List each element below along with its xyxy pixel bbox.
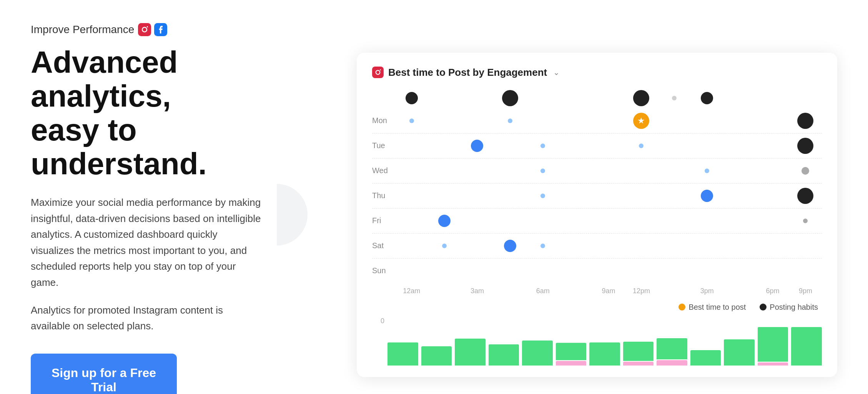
dot-wed-4 [540,169,545,173]
slot-tue-5 [559,139,592,153]
slot-tue-10 [723,139,756,153]
bars-container [387,316,822,366]
dot-tue-7 [639,144,644,148]
signup-button[interactable]: Sign up for a Free Trial [31,354,177,394]
dots-thu [395,189,822,203]
legend-posting-habits: Posting habits [760,303,818,312]
dot-row-tue: Tue [372,134,822,159]
slot-tue-4 [527,139,559,153]
card-instagram-icon [372,67,384,78]
slot-mon-1 [428,114,461,128]
slot-mon-12 [789,114,822,128]
chart-legend: Best time to post Posting habits [372,303,822,312]
slot-wed-5 [559,164,592,178]
bar-group-6 [589,316,620,366]
dot-sat-4 [540,244,545,248]
bar-green-4 [522,341,553,366]
chart-title: Best time to Post by Engagement [388,67,547,78]
slot-sat-7 [625,239,658,253]
dots-tue [395,139,822,153]
dot-fri-1 [438,215,451,227]
card-header: Best time to Post by Engagement ⌄ [372,67,822,78]
slot-fri-7 [625,214,658,228]
slot-mon-4 [527,114,559,128]
dot-sat-1 [442,244,447,248]
slot-sat-3 [494,239,526,253]
slot-sat-12 [789,239,822,253]
bar-chart-y-label: 0 [381,317,384,325]
slot-sun-3 [494,264,526,278]
dot-row-fri: Fri [372,209,822,234]
dot-thu-12 [797,188,813,204]
slot-thu-11 [756,189,789,203]
bar-group-4 [522,316,553,366]
slot-thu-1 [428,189,461,203]
slot-wed-8 [658,164,690,178]
dots-wed [395,164,822,178]
slot-thu-9 [691,189,723,203]
slot-tue-8 [658,139,690,153]
slot-tue-11 [756,139,789,153]
bar-group-0 [387,316,418,366]
time-label-6am: 6am [527,287,559,295]
slot-fri-8 [658,214,690,228]
dot-fri-12 [803,219,808,223]
slot-wed-6 [592,164,625,178]
slot-sat-4 [527,239,559,253]
slot-sat-6 [592,239,625,253]
bar-pink-5 [556,361,587,366]
time-label-9am: 9am [592,287,625,295]
slot-sun-10 [723,264,756,278]
slot-sat-5 [559,239,592,253]
svg-point-2 [147,26,148,27]
bar-group-7 [623,316,654,366]
slot-mon-10 [723,114,756,128]
page-container: Improve Performance [0,0,868,394]
slot-sat-10 [723,239,756,253]
day-label-wed: Wed [372,166,395,175]
bar-green-6 [589,342,620,366]
slot-thu-10 [723,189,756,203]
slot-thu-3 [494,189,526,203]
slot-fri-2 [461,214,494,228]
dot-row-mon: Mon ★ [372,109,822,134]
dot-row-thu: Thu [372,184,822,209]
slot-sat-0 [395,239,428,253]
dots-fri [395,214,822,228]
slot-thu-5 [559,189,592,203]
slot-wed-7 [625,164,658,178]
slot-mon-2 [461,114,494,128]
dot-thu-4 [540,194,545,198]
headline-line1: Advanced analytics, [31,45,178,113]
slot-tue-3 [494,139,526,153]
dot-row-sat: Sat [372,234,822,259]
slot-wed-10 [723,164,756,178]
chevron-down-icon[interactable]: ⌄ [553,68,560,77]
slot-sun-7 [625,264,658,278]
dot-row-sun: Sun [372,259,822,283]
day-label-sat: Sat [372,241,395,250]
slot-sun-12 [789,264,822,278]
header-slot-0 [395,92,428,104]
slot-wed-3 [494,164,526,178]
headline-line2: easy to understand. [31,113,207,181]
time-label-filler1 [428,287,461,295]
dot-sat-3 [504,240,516,252]
header-slot-8 [658,96,690,100]
social-icons [138,23,167,36]
slot-fri-11 [756,214,789,228]
chart-card: Best time to Post by Engagement ⌄ [357,53,837,377]
bar-green-0 [387,342,418,366]
bar-pink-8 [657,360,687,366]
slot-sat-8 [658,239,690,253]
dot-row-wed: Wed [372,159,822,184]
bar-group-2 [455,316,486,366]
time-label-filler2 [494,287,526,295]
slot-tue-0 [395,139,428,153]
slot-sat-1 [428,239,461,253]
decorative-arrow [277,184,308,245]
slot-sun-9 [691,264,723,278]
instagram-icon [138,23,151,36]
slot-sun-2 [461,264,494,278]
slot-fri-6 [592,214,625,228]
